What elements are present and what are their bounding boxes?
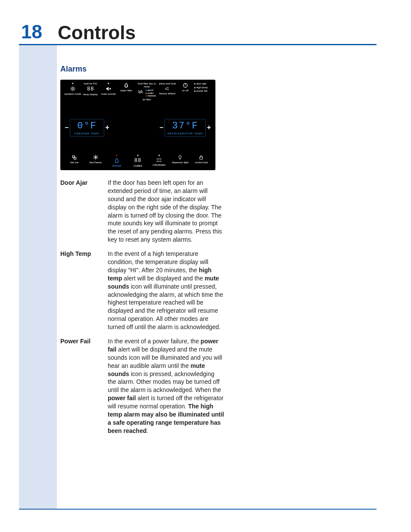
- power-icon: [182, 82, 188, 88]
- svg-point-11: [125, 85, 128, 87]
- vacation-mode-label: vacation mode: [64, 93, 81, 96]
- caret-icon: [137, 154, 139, 157]
- fridge-minus: –: [160, 124, 164, 131]
- svg-point-20: [159, 159, 159, 159]
- crushed-icon: [156, 158, 162, 163]
- temp-display-label: temp display: [83, 93, 98, 96]
- definition-row: Door AjarIf the door has been left open …: [60, 179, 224, 244]
- indicator-high-temp: high temp: [196, 86, 208, 89]
- fast-ice-icon: [72, 154, 78, 160]
- hold-filter-hint: hold filter key to reset: [135, 82, 159, 88]
- svg-point-21: [160, 159, 161, 159]
- freezer-plus: +: [105, 124, 109, 131]
- water-filter-icon: [123, 82, 129, 88]
- fast-freeze-label: fast freeze: [90, 161, 102, 164]
- header-rule: [19, 44, 377, 45]
- page-title: Controls: [58, 23, 136, 42]
- water-label: WATER: [112, 165, 121, 168]
- control-lock-label: control lock: [195, 161, 208, 164]
- svg-point-23: [159, 161, 159, 162]
- mute-icon: [106, 86, 112, 92]
- control-lock-icon: [199, 154, 204, 160]
- definition-term: Power Fail: [60, 337, 108, 435]
- water-icon: [114, 158, 120, 164]
- footer-rule: [19, 509, 377, 510]
- temp-display-seg: 88: [87, 86, 94, 92]
- dispenser-light-icon: [177, 154, 183, 160]
- definition-row: High TempIn the event of a high temperat…: [60, 250, 224, 331]
- air-filter-label: air filter: [143, 98, 151, 101]
- caret-icon: [72, 82, 74, 85]
- svg-point-0: [72, 88, 74, 90]
- definition-term: Door Ajar: [60, 179, 108, 244]
- control-panel-image: vacation mode hold for F/C 88 temp displ…: [60, 80, 215, 170]
- fridge-temp-label: REFRIGERATOR TEMP: [168, 132, 203, 135]
- on-off-label: on off: [182, 89, 188, 92]
- press-hold-hint: press and hold: [159, 82, 176, 85]
- caret-icon: ▼: [115, 154, 118, 157]
- freezer-temp-value: 0°F: [77, 121, 97, 131]
- fast-ice-label: fast ice: [70, 161, 78, 164]
- fast-freeze-icon: [93, 154, 99, 160]
- svg-point-22: [157, 161, 158, 162]
- page-number: 18: [19, 22, 45, 41]
- dispenser-light-label: dispenser light: [172, 161, 189, 164]
- crushed-label: CRUSHED: [153, 164, 165, 167]
- svg-line-8: [74, 87, 75, 87]
- hold-fc-hint: hold for F/C: [84, 82, 97, 85]
- svg-line-6: [74, 90, 75, 90]
- definition-term: High Temp: [60, 250, 108, 331]
- definition-body: In the event of a high temperature condi…: [108, 250, 224, 331]
- cubes-label: CUBES: [134, 165, 143, 168]
- freezer-temp-label: FREEZER TEMP: [75, 132, 100, 135]
- fridge-temp-value: 37°F: [172, 121, 199, 131]
- filter-status-replace: replace: [147, 94, 156, 97]
- fridge-plus: +: [207, 124, 211, 131]
- factory-default-label: factory default: [159, 92, 176, 95]
- definition-body: In the event of a power failure, the pow…: [108, 337, 224, 435]
- sun-icon: [70, 86, 76, 92]
- filter-status-order: order: [147, 92, 153, 94]
- left-margin-tint: [19, 45, 57, 509]
- svg-line-5: [71, 87, 72, 87]
- section-heading: Alarms: [60, 65, 224, 74]
- factory-default-icon: [164, 86, 170, 91]
- indicator-power-fail: power fail: [196, 90, 208, 92]
- indicator-door-ajar: door ajar: [196, 82, 207, 85]
- definition-row: Power FailIn the event of a power failur…: [60, 337, 224, 435]
- definitions-list: Door AjarIf the door has been left open …: [60, 179, 224, 435]
- svg-rect-25: [200, 157, 203, 159]
- caret-icon: [158, 154, 160, 157]
- svg-point-24: [160, 161, 161, 162]
- mute-sounds-label: mute sounds: [101, 93, 115, 96]
- svg-line-7: [71, 90, 72, 90]
- definition-body: If the door has been left open for an ex…: [108, 179, 224, 244]
- water-filter-label: water filter: [120, 89, 132, 92]
- air-filter-icon: [137, 89, 143, 95]
- freezer-minus: –: [65, 124, 69, 131]
- svg-point-19: [157, 159, 158, 159]
- cubes-seg: 88: [134, 158, 141, 164]
- filter-status-good: good: [147, 89, 153, 91]
- caret-icon: [107, 82, 110, 85]
